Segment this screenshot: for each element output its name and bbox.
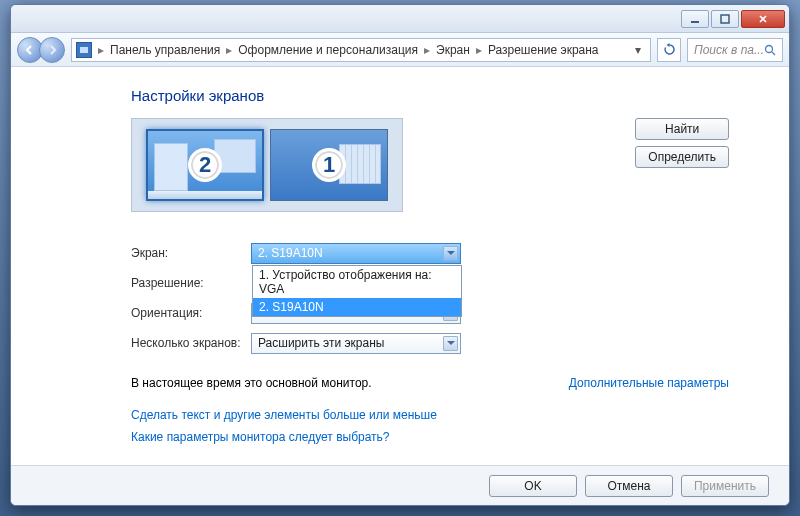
multiple-displays-label: Несколько экранов: [131,336,251,350]
window-controls [681,10,785,28]
close-button[interactable] [741,10,785,28]
multiple-displays-combo[interactable]: Расширить эти экраны [251,333,461,354]
svg-point-2 [766,45,773,52]
monitor-number: 2 [188,148,222,182]
arrow-left-icon [24,44,36,56]
search-icon [764,44,776,56]
find-button[interactable]: Найти [635,118,729,140]
search-placeholder: Поиск в па... [694,43,764,57]
ok-button[interactable]: OK [489,475,577,497]
breadcrumb-sep: ▸ [96,43,106,57]
forward-button[interactable] [39,37,65,63]
screen-option-2[interactable]: 2. S19A10N [253,298,461,316]
status-row: В настоящее время это основной монитор. … [131,376,729,390]
screen-label: Экран: [131,246,251,260]
footer: OK Отмена Применить [11,465,789,505]
screen-combo-value: 2. S19A10N [258,246,323,260]
orientation-label: Ориентация: [131,306,251,320]
minimize-button[interactable] [681,10,709,28]
page-title: Настройки экранов [131,87,729,104]
minimize-icon [690,14,700,24]
breadcrumb-item[interactable]: Разрешение экрана [488,43,599,57]
address-dropdown[interactable]: ▾ [630,43,646,57]
screen-dropdown: 1. Устройство отображения на: VGA 2. S19… [252,265,462,317]
content: Настройки экранов 2 1 Найти Определить [11,67,789,465]
breadcrumb-sep: ▸ [422,43,432,57]
monitor-taskbar [148,191,262,199]
text-size-link[interactable]: Сделать текст и другие элементы больше и… [131,408,729,422]
titlebar [11,5,789,33]
svg-line-3 [772,52,775,55]
search-input[interactable]: Поиск в па... [687,38,783,62]
monitor-number: 1 [312,148,346,182]
cancel-button[interactable]: Отмена [585,475,673,497]
breadcrumb-item[interactable]: Оформление и персонализация [238,43,418,57]
chevron-down-icon [443,336,458,351]
row-screen: Экран: 2. S19A10N 1. Устройство отображе… [131,238,729,268]
multiple-displays-value: Расширить эти экраны [258,336,384,350]
maximize-button[interactable] [711,10,739,28]
monitor-help-link[interactable]: Какие параметры монитора следует выбрать… [131,430,729,444]
breadcrumb-item[interactable]: Экран [436,43,470,57]
resolution-label: Разрешение: [131,276,251,290]
refresh-button[interactable] [657,38,681,62]
navbar: ▸ Панель управления ▸ Оформление и персо… [11,33,789,67]
window: ▸ Панель управления ▸ Оформление и персо… [10,4,790,506]
address-bar[interactable]: ▸ Панель управления ▸ Оформление и персо… [71,38,651,62]
screen-option-1[interactable]: 1. Устройство отображения на: VGA [253,266,461,298]
chevron-down-icon [443,246,458,261]
settings-form: Экран: 2. S19A10N 1. Устройство отображе… [131,238,729,358]
breadcrumb-sep: ▸ [224,43,234,57]
row-multiple-displays: Несколько экранов: Расширить эти экраны [131,328,729,358]
svg-rect-1 [721,15,729,23]
arrow-right-icon [46,44,58,56]
help-links: Сделать текст и другие элементы больше и… [131,408,729,444]
maximize-icon [720,14,730,24]
svg-rect-0 [691,21,699,23]
apply-button[interactable]: Применить [681,475,769,497]
advanced-settings-link[interactable]: Дополнительные параметры [569,376,729,390]
breadcrumb-item[interactable]: Панель управления [110,43,220,57]
nav-buttons [17,37,65,63]
monitor-preview[interactable]: 2 1 [131,118,403,212]
close-icon [758,14,768,24]
breadcrumb-sep: ▸ [474,43,484,57]
control-panel-icon [76,42,92,58]
monitor-preview-row: 2 1 Найти Определить [131,118,729,212]
refresh-icon [663,43,676,56]
monitor-thumb [154,143,188,191]
monitor-1[interactable]: 1 [270,129,388,201]
screen-combo[interactable]: 2. S19A10N 1. Устройство отображения на:… [251,243,461,264]
identify-button[interactable]: Определить [635,146,729,168]
primary-monitor-status: В настоящее время это основной монитор. [131,376,372,390]
monitor-2[interactable]: 2 [146,129,264,201]
side-actions: Найти Определить [635,118,729,168]
